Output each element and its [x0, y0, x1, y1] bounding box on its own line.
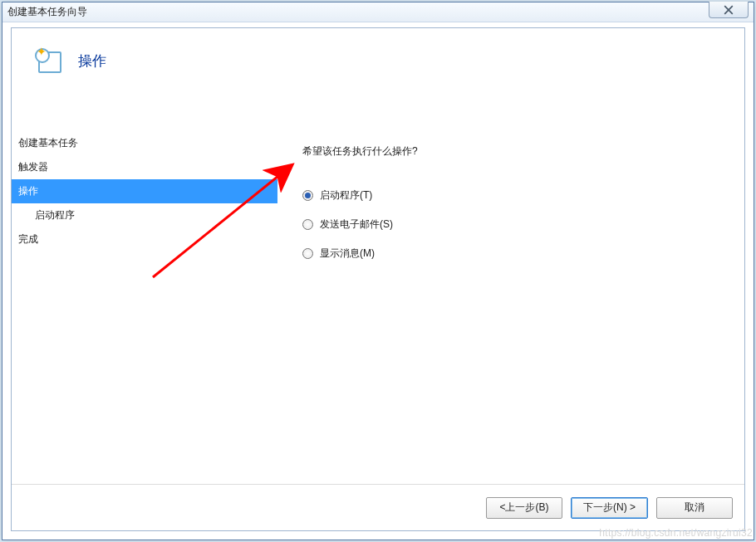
cancel-button[interactable]: 取消	[656, 497, 733, 519]
wizard-content: ✦ 操作 创建基本任务 触发器 操作 启动程序 完成 希望该任务执行什么操作? …	[11, 27, 745, 531]
next-button[interactable]: 下一步(N) >	[571, 497, 648, 519]
sidebar-item-finish[interactable]: 完成	[12, 227, 277, 251]
window-close-button[interactable]	[709, 2, 749, 18]
window-title: 创建基本任务向导	[7, 5, 87, 19]
radio-input[interactable]	[302, 190, 313, 201]
wizard-header: ✦ 操作	[12, 28, 744, 90]
radio-send-email[interactable]: 发送电子邮件(S)	[302, 217, 736, 232]
wizard-steps-sidebar: 创建基本任务 触发器 操作 启动程序 完成	[12, 111, 277, 484]
sidebar-item-start-program[interactable]: 启动程序	[12, 203, 277, 227]
sidebar-item-create-task[interactable]: 创建基本任务	[12, 131, 277, 155]
radio-show-message[interactable]: 显示消息(M)	[302, 247, 736, 261]
radio-start-program[interactable]: 启动程序(T)	[302, 188, 736, 203]
wizard-footer: <上一步(B) 下一步(N) > 取消	[12, 484, 744, 530]
radio-label: 发送电子邮件(S)	[320, 217, 393, 232]
watermark-text: https://blog.csdn.net/wangzirui32	[599, 527, 753, 539]
radio-input[interactable]	[302, 248, 313, 259]
back-button[interactable]: <上一步(B)	[486, 497, 562, 519]
radio-label: 启动程序(T)	[320, 188, 372, 203]
sidebar-item-trigger[interactable]: 触发器	[12, 155, 277, 179]
task-scheduler-icon: ✦	[35, 46, 63, 75]
sidebar-item-action[interactable]: 操作	[12, 179, 277, 203]
close-icon	[724, 5, 734, 15]
wizard-main-panel: 希望该任务执行什么操作? 启动程序(T) 发送电子邮件(S) 显示消息(M)	[277, 111, 744, 484]
action-question: 希望该任务执行什么操作?	[302, 144, 736, 159]
radio-input[interactable]	[302, 219, 313, 230]
radio-label: 显示消息(M)	[320, 247, 375, 261]
wizard-body: 创建基本任务 触发器 操作 启动程序 完成 希望该任务执行什么操作? 启动程序(…	[12, 111, 744, 484]
page-title: 操作	[78, 51, 106, 71]
titlebar: 创建基本任务向导	[2, 2, 754, 22]
wizard-window: 创建基本任务向导 ✦ 操作 创建基本任务 触发器 操作 启动程序 完成 希望该任…	[2, 2, 754, 540]
